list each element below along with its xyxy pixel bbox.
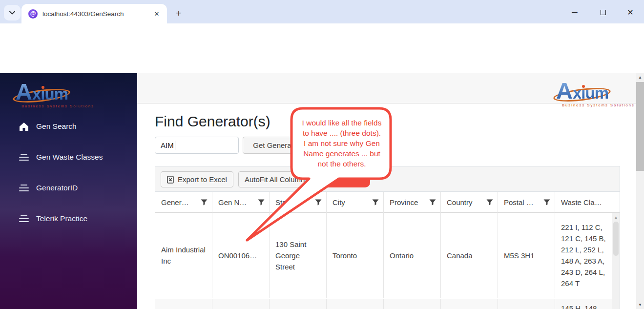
filter-icon[interactable] (486, 199, 493, 206)
grid-scrollbar[interactable]: ▲ (612, 213, 620, 309)
list-icon (19, 152, 29, 163)
page-title: Find Generator(s) (155, 113, 270, 130)
app-viewport: Axıum Business Systems Solutions Gen Sea… (0, 73, 644, 309)
sidebar: Axıum Business Systems Solutions Gen Sea… (0, 73, 137, 309)
filter-icon[interactable] (258, 199, 265, 206)
autofit-all-columns-button[interactable]: AutoFit All Columns (238, 171, 315, 187)
window-maximize-button[interactable] (595, 7, 611, 18)
scroll-down-icon[interactable]: ▼ (636, 301, 644, 309)
header-axium-logo: Axıum Business Systems Solutions (556, 77, 634, 107)
cell-country: Canada (441, 213, 498, 298)
cell-street: 130 Saint George Street (270, 213, 327, 298)
tab-strip: @ localhost:44303/GenSearch ✕ + ─ ✕ (0, 0, 644, 23)
list-icon (19, 213, 29, 224)
column-header-generator-name[interactable]: Gener… (155, 192, 212, 213)
sidebar-item-label: GeneratorID (36, 184, 78, 192)
column-header-gen-name[interactable]: Gen N… (212, 192, 270, 213)
sidebar-item-label: Gen Waste Classes (36, 153, 103, 162)
sidebar-item-generatorid[interactable]: GeneratorID (0, 180, 137, 196)
filter-icon[interactable] (201, 199, 208, 206)
scroll-up-icon[interactable]: ▲ (612, 214, 620, 221)
browser-window: @ localhost:44303/GenSearch ✕ + ─ ✕ ← → … (0, 0, 644, 309)
cell-gen-name: ON00106… (212, 213, 270, 298)
column-header-street[interactable]: Str… (270, 192, 327, 213)
callout-note: I would like all the fields to have ....… (293, 118, 390, 169)
main-header: Axıum Business Systems Solutions (137, 73, 636, 103)
grid-header-row: Gener… Gen N… Str… City Province (155, 192, 620, 213)
column-header-city[interactable]: City (327, 192, 384, 213)
window-minimize-button[interactable]: ─ (566, 7, 583, 18)
logo-tagline: Business Systems Solutions (562, 103, 634, 107)
filter-icon[interactable] (429, 199, 436, 206)
table-row[interactable]: Aim Industrial Inc ON00106… 130 Saint Ge… (155, 213, 612, 298)
filter-icon[interactable] (543, 199, 550, 206)
bookmarks-bar (0, 52, 644, 73)
sidebar-axium-logo: Axıum Business Systems Solutions (16, 78, 94, 108)
page-scrollbar-thumb[interactable] (636, 82, 644, 171)
maximize-icon (601, 10, 606, 15)
table-row[interactable]: 145 H, 148 (155, 299, 612, 309)
generators-grid: Export to Excel AutoFit All Columns Gene… (155, 166, 620, 309)
home-icon (19, 121, 29, 132)
tab-title: localhost:44303/GenSearch (42, 10, 148, 18)
column-header-province[interactable]: Province (384, 192, 441, 213)
blazor-favicon-icon: @ (28, 9, 38, 19)
grid-scrollbar-thumb[interactable] (613, 222, 619, 256)
tab-search-button[interactable] (4, 5, 21, 21)
sidebar-item-telerik-practice[interactable]: Telerik Practice (0, 210, 137, 227)
column-header-waste-classes[interactable]: Waste Cla… (555, 192, 612, 213)
cell-waste-classes: 145 H, 148 (555, 299, 612, 309)
browser-tab[interactable]: @ localhost:44303/GenSearch ✕ (21, 4, 167, 23)
chevron-down-icon (9, 11, 15, 15)
cell-postal: M5S 3H1 (498, 213, 555, 298)
excel-file-icon (167, 176, 174, 184)
cell-generator-name: Aim Industrial Inc (155, 213, 212, 298)
export-to-excel-button[interactable]: Export to Excel (161, 171, 233, 187)
column-header-country[interactable]: Country (441, 192, 498, 213)
logo-letter-a: A (16, 79, 32, 104)
scroll-up-icon[interactable]: ▲ (636, 74, 644, 81)
sidebar-item-gen-waste-classes[interactable]: Gen Waste Classes (0, 149, 137, 165)
filter-icon[interactable] (372, 199, 379, 206)
sidebar-item-label: Telerik Practice (36, 214, 87, 223)
window-close-button[interactable]: ✕ (622, 7, 639, 18)
logo-tagline: Business Systems Solutions (21, 104, 94, 108)
browser-toolbar: ← → localhost:44303/GenSearch ☆ ⋮ (0, 23, 644, 52)
text-caret (175, 141, 175, 150)
cell-waste-classes: 221 I, 112 C, 121 C, 145 B, 212 L, 252 L… (555, 213, 612, 298)
tab-close-icon[interactable]: ✕ (152, 9, 161, 18)
grid-toolbar: Export to Excel AutoFit All Columns (155, 166, 620, 192)
column-header-postal[interactable]: Postal … (498, 192, 555, 213)
list-icon (19, 183, 29, 193)
page-scrollbar[interactable]: ▲ ▼ (636, 73, 644, 309)
cell-province: Ontario (384, 213, 441, 298)
logo-letter-a: A (556, 78, 573, 103)
sidebar-item-label: Gen Search (36, 122, 77, 131)
cell-city: Toronto (327, 213, 384, 298)
filter-icon[interactable] (315, 199, 322, 206)
sidebar-item-gen-search[interactable]: Gen Search (0, 118, 137, 135)
search-input[interactable] (155, 137, 239, 154)
new-tab-button[interactable]: + (172, 6, 186, 20)
